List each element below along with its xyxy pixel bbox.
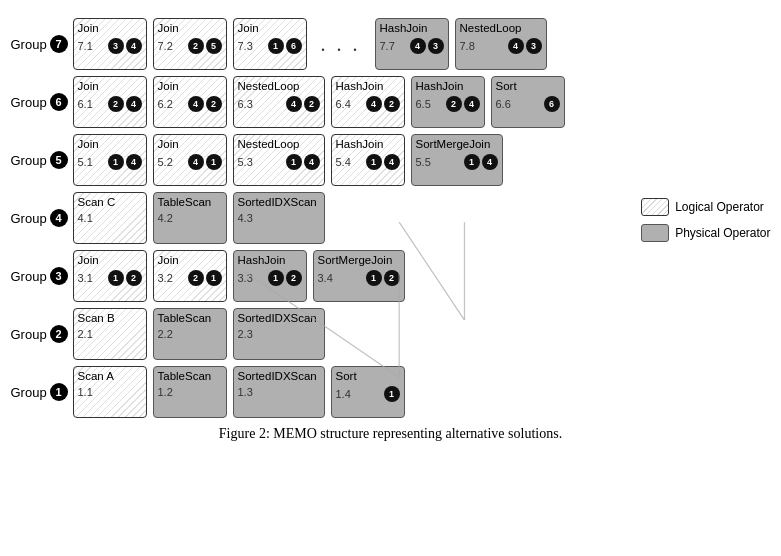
- cell-1.1: Scan A1.1: [73, 366, 147, 418]
- cell-title-2.2: TableScan: [158, 312, 222, 326]
- group-row-5: Group5Join5.114Join5.241NestedLoop5.314H…: [11, 134, 771, 186]
- badge-3.2-2: 2: [188, 270, 204, 286]
- group-num-5: 5: [50, 151, 68, 169]
- cell-title-1.1: Scan A: [78, 370, 142, 384]
- cell-6.5: HashJoin6.524: [411, 76, 485, 128]
- badge-5.3-1: 1: [286, 154, 302, 170]
- cell-bottom-5.1: 5.114: [78, 154, 142, 170]
- diagram: Group7Join7.134Join7.225Join7.316. . .Ha…: [11, 18, 771, 418]
- cell-bottom-3.2: 3.221: [158, 270, 222, 286]
- cell-id-3.4: 3.4: [318, 272, 333, 284]
- cell-id-1.1: 1.1: [78, 386, 93, 398]
- cell-bottom-7.1: 7.134: [78, 38, 142, 54]
- legend: Logical Operator Physical Operator: [641, 198, 770, 242]
- group-num-3: 3: [50, 267, 68, 285]
- cell-1.2: TableScan1.2: [153, 366, 227, 418]
- cell-1.3: SortedIDXScan1.3: [233, 366, 325, 418]
- cell-title-5.4: HashJoin: [336, 138, 400, 152]
- cell-bottom-4.3: 4.3: [238, 212, 320, 224]
- badge-5.4-1: 1: [366, 154, 382, 170]
- cell-6.3: NestedLoop6.342: [233, 76, 325, 128]
- badge-5.1-4: 4: [126, 154, 142, 170]
- cell-bottom-5.3: 5.314: [238, 154, 320, 170]
- cell-id-4.3: 4.3: [238, 212, 253, 224]
- cell-title-6.6: Sort: [496, 80, 560, 94]
- cell-5.1: Join5.114: [73, 134, 147, 186]
- group-cells-3: Join3.112Join3.221HashJoin3.312SortMerge…: [73, 250, 405, 302]
- cell-5.2: Join5.241: [153, 134, 227, 186]
- cell-title-3.4: SortMergeJoin: [318, 254, 400, 268]
- cell-badges-7.2: 25: [188, 38, 222, 54]
- cell-bottom-7.3: 7.316: [238, 38, 302, 54]
- cell-7.2: Join7.225: [153, 18, 227, 70]
- cell-id-6.2: 6.2: [158, 98, 173, 110]
- cell-bottom-7.8: 7.843: [460, 38, 542, 54]
- group-text: Group: [11, 385, 47, 400]
- cell-badges-3.4: 12: [366, 270, 400, 286]
- cell-title-6.3: NestedLoop: [238, 80, 320, 94]
- cell-title-1.4: Sort: [336, 370, 400, 384]
- cell-badges-5.2: 41: [188, 154, 222, 170]
- group-label-7: Group7: [11, 35, 73, 53]
- cell-3.1: Join3.112: [73, 250, 147, 302]
- cell-title-3.2: Join: [158, 254, 222, 268]
- cell-title-6.4: HashJoin: [336, 80, 400, 94]
- cell-4.2: TableScan4.2: [153, 192, 227, 244]
- cell-id-7.3: 7.3: [238, 40, 253, 52]
- cell-6.4: HashJoin6.442: [331, 76, 405, 128]
- badge-3.3-1: 1: [268, 270, 284, 286]
- cell-title-3.1: Join: [78, 254, 142, 268]
- group-text: Group: [11, 269, 47, 284]
- cell-id-3.2: 3.2: [158, 272, 173, 284]
- cell-badges-7.1: 34: [108, 38, 142, 54]
- legend-physical-box: [641, 224, 669, 242]
- cell-2.3: SortedIDXScan2.3: [233, 308, 325, 360]
- cell-title-6.2: Join: [158, 80, 222, 94]
- group-text: Group: [11, 37, 47, 52]
- legend-logical-box: [641, 198, 669, 216]
- badge-3.4-2: 2: [384, 270, 400, 286]
- cell-bottom-2.1: 2.1: [78, 328, 142, 340]
- group-label-6: Group6: [11, 93, 73, 111]
- cell-2.1: Scan B2.1: [73, 308, 147, 360]
- cell-id-7.1: 7.1: [78, 40, 93, 52]
- cell-badges-6.4: 42: [366, 96, 400, 112]
- badge-6.6-6: 6: [544, 96, 560, 112]
- cell-badges-6.3: 42: [286, 96, 320, 112]
- figure-caption: Figure 2: MEMO structure representing al…: [10, 426, 771, 442]
- cell-title-7.2: Join: [158, 22, 222, 36]
- cell-id-5.4: 5.4: [336, 156, 351, 168]
- cell-5.4: HashJoin5.414: [331, 134, 405, 186]
- cell-title-7.1: Join: [78, 22, 142, 36]
- cell-6.2: Join6.242: [153, 76, 227, 128]
- cell-bottom-1.4: 1.41: [336, 386, 400, 402]
- badge-7.8-4: 4: [508, 38, 524, 54]
- badge-5.4-4: 4: [384, 154, 400, 170]
- cell-title-5.1: Join: [78, 138, 142, 152]
- cell-id-6.4: 6.4: [336, 98, 351, 110]
- cell-id-1.3: 1.3: [238, 386, 253, 398]
- badge-5.5-1: 1: [464, 154, 480, 170]
- cell-id-2.1: 2.1: [78, 328, 93, 340]
- legend-logical: Logical Operator: [641, 198, 770, 216]
- cell-id-1.2: 1.2: [158, 386, 173, 398]
- cell-id-5.3: 5.3: [238, 156, 253, 168]
- badge-5.2-1: 1: [206, 154, 222, 170]
- badge-5.3-4: 4: [304, 154, 320, 170]
- cell-bottom-7.2: 7.225: [158, 38, 222, 54]
- cell-id-7.2: 7.2: [158, 40, 173, 52]
- cell-badges-5.4: 14: [366, 154, 400, 170]
- cell-title-7.3: Join: [238, 22, 302, 36]
- cell-id-6.3: 6.3: [238, 98, 253, 110]
- group-cells-4: Scan C4.1TableScan4.2SortedIDXScan4.3: [73, 192, 325, 244]
- cell-3.4: SortMergeJoin3.412: [313, 250, 405, 302]
- group-num-7: 7: [50, 35, 68, 53]
- cell-badges-7.7: 43: [410, 38, 444, 54]
- group-text: Group: [11, 211, 47, 226]
- cell-title-6.5: HashJoin: [416, 80, 480, 94]
- badge-6.1-4: 4: [126, 96, 142, 112]
- group-cells-6: Join6.124Join6.242NestedLoop6.342HashJoi…: [73, 76, 565, 128]
- badge-7.7-4: 4: [410, 38, 426, 54]
- badge-3.2-1: 1: [206, 270, 222, 286]
- group-text: Group: [11, 95, 47, 110]
